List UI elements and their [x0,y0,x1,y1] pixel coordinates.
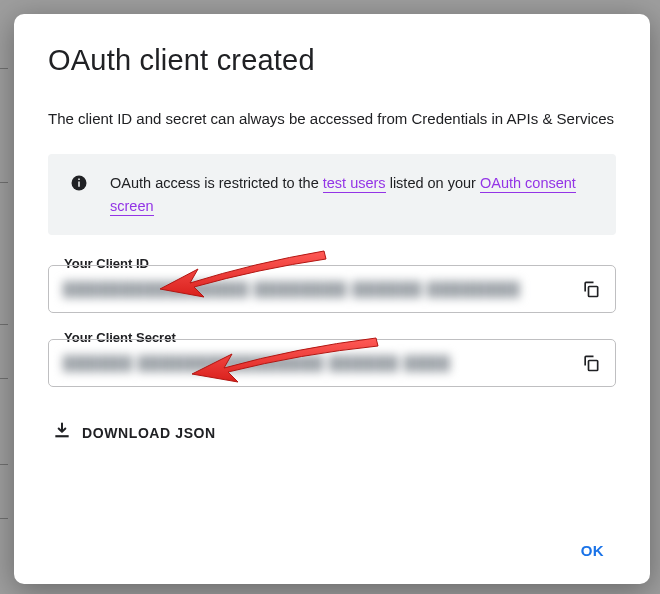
download-icon [52,421,72,445]
client-secret-box: ██████ ████████████████ ██████ ████ [48,339,616,387]
svg-rect-5 [55,435,68,437]
svg-rect-2 [78,179,80,181]
client-secret-value: ██████ ████████████████ ██████ ████ [63,355,565,372]
copy-icon [581,279,601,299]
info-icon [70,174,88,192]
copy-client-secret-button[interactable] [577,349,605,377]
info-banner: OAuth access is restricted to the test u… [48,154,616,235]
test-users-link[interactable]: test users [323,175,386,193]
download-json-button[interactable]: DOWNLOAD JSON [48,413,220,453]
download-json-label: DOWNLOAD JSON [82,425,216,441]
client-secret-field: Your Client Secret ██████ ██████████████… [48,339,616,387]
dialog-title: OAuth client created [48,44,616,77]
ok-button[interactable]: OK [569,534,616,567]
dialog-subtitle: The client ID and secret can always be a… [48,107,616,130]
copy-client-id-button[interactable] [577,275,605,303]
client-id-value: ████████████████ ████████ ██████ ███████… [63,281,565,298]
oauth-client-created-dialog: OAuth client created The client ID and s… [14,14,650,584]
svg-rect-1 [78,182,80,187]
client-id-box: ████████████████ ████████ ██████ ███████… [48,265,616,313]
client-id-field: Your Client ID ████████████████ ████████… [48,265,616,313]
info-text: OAuth access is restricted to the test u… [110,172,596,217]
copy-icon [581,353,601,373]
svg-rect-3 [589,287,598,297]
svg-rect-4 [589,361,598,371]
